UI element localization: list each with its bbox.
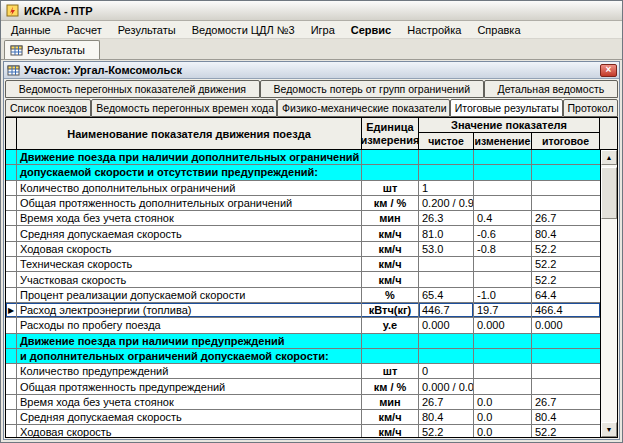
close-icon[interactable]: × [600, 64, 617, 77]
cell-clean[interactable]: 446.7 [419, 303, 474, 317]
cell-change[interactable] [474, 334, 532, 348]
cell-clean[interactable]: 0.000 / 0.0 [419, 379, 474, 393]
cell-unit[interactable]: км/ч [362, 425, 419, 437]
cell-unit[interactable]: км/ч [362, 226, 419, 240]
cell-clean[interactable] [419, 349, 474, 363]
cell-total[interactable] [532, 196, 600, 210]
cell-total[interactable]: 80.4 [532, 226, 600, 240]
cell-change[interactable] [474, 165, 532, 179]
tab-protocol[interactable]: Протокол [563, 99, 618, 117]
cell-clean[interactable]: 0.200 / 0.9 [419, 196, 474, 210]
cell-unit[interactable]: мин [362, 211, 419, 225]
table-row[interactable]: Расходы по пробегу поездау.е0.0000.0000.… [6, 318, 600, 333]
cell-name[interactable]: Средняя допускаемая скорость [17, 226, 362, 240]
scroll-up-button[interactable]: ▲ [601, 150, 617, 165]
cell-clean[interactable]: 80.4 [419, 410, 474, 424]
cell-unit[interactable] [362, 150, 419, 164]
cell-total[interactable] [532, 165, 600, 179]
table-row[interactable]: Время хода без учета стоянокмин26.70.026… [6, 395, 600, 410]
table-row[interactable]: Общая протяженность предупрежденийкм / %… [6, 379, 600, 394]
tab-detailed-sheet[interactable]: Детальная ведомость [484, 80, 618, 98]
cell-total[interactable] [532, 364, 600, 378]
cell-unit[interactable]: км/ч [362, 272, 419, 286]
cell-name[interactable]: Средняя допускаемая скорость [17, 410, 362, 424]
table-row[interactable]: Ходовая скоростькм/ч53.0-0.852.2 [6, 242, 600, 257]
cell-change[interactable]: 0.000 [474, 318, 532, 332]
cell-total[interactable]: 0.000 [532, 318, 600, 332]
menu-item-data[interactable]: Данные [3, 22, 59, 38]
vertical-scrollbar[interactable]: ▲ ▼ [600, 150, 617, 437]
menu-item-settings[interactable]: Настройка [399, 22, 469, 38]
cell-unit[interactable]: км/ч [362, 257, 419, 271]
cell-name[interactable]: Ходовая скорость [17, 242, 362, 256]
table-row[interactable]: Техническая скоростькм/ч52.2 [6, 257, 600, 272]
menu-item-service[interactable]: Сервис [343, 22, 399, 38]
cell-unit[interactable]: км/ч [362, 410, 419, 424]
cell-change[interactable]: -0.8 [474, 242, 532, 256]
cell-name[interactable]: Участковая скорость [17, 272, 362, 286]
cell-clean[interactable]: 0 [419, 364, 474, 378]
cell-clean[interactable]: 53.0 [419, 242, 474, 256]
table-row[interactable]: Средняя допускаемая скоростькм/ч80.40.08… [6, 410, 600, 425]
cell-name[interactable]: допускаемой скорости и отсутствии предуп… [17, 165, 362, 179]
cell-total[interactable] [532, 349, 600, 363]
cell-name[interactable]: Техническая скорость [17, 257, 362, 271]
tab-physico-mechanical[interactable]: Физико-механические показатели [277, 99, 450, 117]
tab-segment-run-times[interactable]: Ведомость перегонных времен хода [91, 99, 277, 117]
cell-total[interactable]: 52.2 [532, 425, 600, 437]
table-row[interactable]: Время хода без учета стоянокмин26.30.426… [6, 211, 600, 226]
cell-change[interactable]: -1.0 [474, 288, 532, 302]
cell-change[interactable] [474, 272, 532, 286]
table-row[interactable]: Процент реализации допускаемой скорости%… [6, 288, 600, 303]
tab-summary-results[interactable]: Итоговые результаты [450, 99, 563, 117]
cell-unit[interactable]: км/ч [362, 242, 419, 256]
cell-change[interactable]: 0.0 [474, 410, 532, 424]
cell-unit[interactable] [362, 165, 419, 179]
cell-clean[interactable] [419, 150, 474, 164]
cell-unit[interactable]: кВтч(кг) [362, 303, 419, 317]
cell-name[interactable]: Общая протяженность дополнительных огран… [17, 196, 362, 210]
tab-train-list[interactable]: Список поездов [5, 99, 91, 117]
cell-change[interactable] [474, 257, 532, 271]
table-row[interactable]: Средняя допускаемая скоростькм/ч81.0-0.6… [6, 226, 600, 241]
cell-total[interactable] [532, 334, 600, 348]
cell-total[interactable]: 64.4 [532, 288, 600, 302]
cell-name[interactable]: Процент реализации допускаемой скорости [17, 288, 362, 302]
cell-name[interactable]: Движение поезда при наличии дополнительн… [17, 150, 362, 164]
cell-clean[interactable]: 1 [419, 181, 474, 195]
cell-clean[interactable] [419, 272, 474, 286]
tab-losses-by-restriction-groups[interactable]: Ведомость потерь от групп ограничений [260, 80, 484, 98]
cell-change[interactable]: 0.4 [474, 211, 532, 225]
cell-clean[interactable] [419, 257, 474, 271]
cell-total[interactable] [532, 181, 600, 195]
cell-change[interactable] [474, 379, 532, 393]
cell-total[interactable]: 52.2 [532, 257, 600, 271]
cell-change[interactable] [474, 181, 532, 195]
cell-unit[interactable]: у.е [362, 318, 419, 332]
scrollbar-thumb[interactable] [601, 167, 617, 219]
table-row[interactable]: ▶Расход электроэнергии (топлива)кВтч(кг)… [6, 303, 600, 318]
cell-total[interactable]: 26.7 [532, 211, 600, 225]
menu-item-help[interactable]: Справка [469, 22, 528, 38]
table-row[interactable]: Общая протяженность дополнительных огран… [6, 196, 600, 211]
cell-total[interactable] [532, 379, 600, 393]
cell-total[interactable]: 52.2 [532, 242, 600, 256]
cell-total[interactable] [532, 150, 600, 164]
table-row[interactable]: Ходовая скоростькм/ч52.20.052.2 [6, 425, 600, 437]
cell-name[interactable]: Количество предупреждений [17, 364, 362, 378]
cell-change[interactable] [474, 196, 532, 210]
cell-unit[interactable]: шт [362, 364, 419, 378]
cell-name[interactable]: Общая протяженность предупреждений [17, 379, 362, 393]
table-row[interactable]: Количество дополнительных ограниченийшт1 [6, 181, 600, 196]
cell-change[interactable]: 19.7 [474, 303, 532, 317]
menu-item-vedomosti-cdl-3[interactable]: Ведомости ЦДЛ №3 [184, 22, 303, 38]
cell-unit[interactable] [362, 334, 419, 348]
cell-unit[interactable]: % [362, 288, 419, 302]
mdi-tab-results[interactable]: Результаты [4, 40, 100, 59]
cell-clean[interactable] [419, 165, 474, 179]
table-row[interactable]: допускаемой скорости и отсутствии предуп… [6, 165, 600, 180]
cell-name[interactable]: Движение поезда при наличии предупрежден… [17, 334, 362, 348]
cell-clean[interactable]: 0.000 [419, 318, 474, 332]
cell-change[interactable] [474, 349, 532, 363]
cell-unit[interactable]: мин [362, 395, 419, 409]
